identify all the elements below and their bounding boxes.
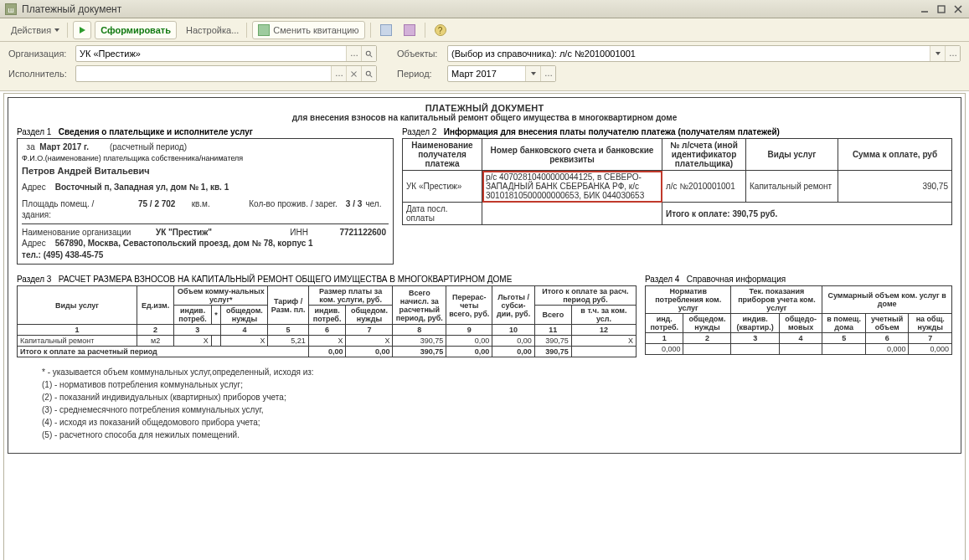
sec1-box: за Март 2017 г. (расчетный период) Ф.И.О… (17, 138, 394, 265)
sec2-lastpay-value (482, 203, 662, 225)
period-field[interactable]: … (447, 65, 556, 82)
executor-clear-button[interactable] (346, 66, 361, 81)
s3h-recalc: Перерас-четы всего, руб. (446, 286, 492, 325)
note-0: * - указывается объем коммунальных услуг… (42, 366, 952, 378)
objects-field[interactable]: … (447, 45, 961, 62)
sec1-tel: (495) 438-45-75 (44, 250, 104, 259)
period-label: Период: (397, 69, 447, 79)
s3h-totcom: в т.ч. за ком. усл. (571, 306, 636, 325)
switch-icon (258, 24, 270, 36)
sec4-num: Раздел 4 (645, 275, 679, 284)
chevron-down-icon (531, 72, 536, 75)
objects-select-button[interactable]: … (945, 46, 960, 61)
sec1-orgaddr: 567890, Москва, Севастопольский проезд, … (55, 239, 313, 248)
s3h-benefits: Льготы / субси-дии, руб. (492, 286, 535, 325)
s3h-vol: Объем комму-нальных услуг* (174, 286, 268, 306)
sec1-residents: 3 / 3 (343, 198, 366, 221)
sec1-residents-unit: чел. (365, 198, 389, 221)
close-button[interactable] (951, 3, 966, 16)
table-row: 0,000 0,000 0,000 (646, 344, 952, 355)
actions-label: Действия (11, 25, 51, 35)
sec1-inn: 7721122600 (315, 227, 386, 239)
period-input[interactable] (448, 66, 525, 81)
help-button[interactable]: ? (430, 21, 451, 39)
form-button[interactable]: Сформировать (95, 21, 177, 39)
maximize-button[interactable] (934, 3, 949, 16)
sec2-r-sum: 390,75 (838, 171, 952, 203)
note-5: (5) - расчетного способа для нежилых пом… (42, 429, 952, 441)
chevron-down-icon (54, 28, 59, 32)
sec2-h-kind: Виды услуг (746, 139, 838, 171)
app-icon: ш (5, 3, 17, 15)
s3h-common2: общедом. нужды (346, 306, 393, 325)
svg-line-10 (370, 75, 372, 77)
executor-select-button[interactable]: … (331, 66, 346, 81)
s3r-unit: м2 (137, 336, 174, 347)
executor-input[interactable] (76, 66, 331, 81)
s3h-tariff: Тариф / Разм. пл. (268, 286, 308, 325)
s4h-meters: Тек. показания приборов учета ком. услуг (731, 286, 822, 314)
s3h-star1: * (211, 306, 221, 325)
sec1-orgname: УК "Престиж" (156, 227, 273, 239)
sec1-period-suffix: (расчетный период) (110, 142, 187, 152)
tool-icon-2[interactable] (399, 21, 420, 39)
org-search-button[interactable] (361, 46, 376, 61)
s3h-totall: Всего (534, 306, 571, 325)
objects-input[interactable] (448, 46, 930, 61)
org-input[interactable] (76, 46, 346, 61)
sec3-title: РАСЧЕТ РАЗМЕРА ВЗНОСОВ НА КАПИТАЛЬНЫЙ РЕ… (59, 275, 513, 284)
settings-label: Настройка... (186, 25, 239, 35)
settings-menu[interactable]: Настройка... (180, 21, 241, 39)
sec2-h-lic: № л/счета (иной идентификатор плательщик… (662, 139, 746, 171)
s3h-size: Размер платы за ком. услуги, руб. (308, 286, 393, 306)
s3-total-label: Итого к оплате за расчетный период (18, 347, 309, 357)
note-3: (3) - среднемесячного потребления коммун… (42, 403, 952, 416)
objects-label: Объекты: (397, 49, 447, 59)
sec2-r-recipient: УК «Престиж» (403, 171, 482, 203)
svg-rect-1 (938, 6, 945, 13)
s3h-indiv2: индив. потреб. (308, 306, 346, 325)
s3h-indiv1: индив. потреб. (174, 306, 212, 325)
s4h-sumvol: Суммарный объем ком. услуг в доме (822, 286, 952, 314)
executor-field[interactable]: … (75, 65, 377, 82)
tool-icon-1[interactable] (376, 21, 396, 39)
svg-point-9 (366, 71, 370, 75)
help-icon: ? (435, 24, 446, 36)
toolbar: Действия Сформировать Настройка... Смени… (0, 18, 969, 42)
minimize-button[interactable] (917, 3, 932, 16)
sec2-lastpay-label: Дата посл. оплаты (403, 203, 482, 225)
run-button[interactable] (73, 21, 91, 39)
sec1-tel-label: тел.: (22, 250, 41, 259)
calc-icon (404, 24, 415, 36)
sec2-h-account: Номер банковского счета и банковские рек… (482, 139, 662, 171)
sec2-total: Итого к оплате: 390,75 руб. (662, 203, 952, 225)
s3h-accr: Всего начисл. за расчетный период, руб. (393, 286, 446, 325)
objects-dropdown-button[interactable] (930, 46, 945, 61)
s4h-norm: Норматив потребления ком. услуг (646, 286, 731, 314)
executor-search-button[interactable] (361, 66, 376, 81)
filters: Организация: … Объекты: … Исполнитель: … (0, 42, 969, 91)
org-field[interactable]: … (75, 45, 377, 62)
change-receipt-label: Сменить квитанцию (273, 25, 358, 35)
sec1-num: Раздел 1 (17, 127, 51, 136)
period-dropdown-button[interactable] (525, 66, 540, 81)
change-receipt-button[interactable]: Сменить квитанцию (252, 21, 364, 39)
org-select-button[interactable]: … (346, 46, 361, 61)
sec4-table: Норматив потребления ком. услуг Тек. пок… (645, 285, 952, 355)
doc-subtitle: для внесения взносов на капитальный ремо… (17, 113, 952, 122)
doc-icon (380, 24, 392, 36)
sec1-area: 75 / 2 702 (122, 198, 192, 221)
actions-menu[interactable]: Действия (5, 21, 62, 39)
sec1-area-label: Площадь помещ. / здания: (22, 198, 122, 221)
s3h-unit: Ед.изм. (137, 286, 174, 325)
s3h-kind: Виды услуг (18, 286, 137, 325)
sec2-table: Наименование получателя платежа Номер ба… (402, 138, 952, 225)
doc-title: ПЛАТЕЖНЫЙ ДОКУМЕНТ (17, 103, 952, 113)
sec1-period: Март 2017 г. (39, 142, 89, 152)
sec2-title: Информация для внесения платы получателю… (444, 127, 780, 136)
period-select-button[interactable]: … (540, 66, 555, 81)
sec2-r-account: р/с 40702810400000044125, в СЕВЕРО-ЗАПАД… (482, 171, 662, 203)
sec1-fio: Петров Андрей Витальевич (22, 165, 389, 177)
document-area[interactable]: ПЛАТЕЖНЫЙ ДОКУМЕНТ для внесения взносов … (3, 93, 966, 560)
sec3-table: Виды услуг Ед.изм. Объем комму-нальных у… (17, 285, 637, 357)
